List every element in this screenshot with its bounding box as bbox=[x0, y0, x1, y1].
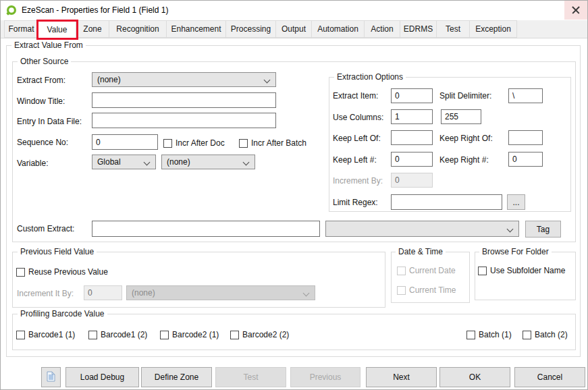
group-title-profiling-barcode-value: Profiling Barcode Value bbox=[18, 309, 107, 318]
load-debug-button[interactable]: Load Debug bbox=[65, 367, 139, 387]
variable-name-select[interactable]: (none) bbox=[161, 155, 255, 169]
barcode2-2-checkbox[interactable]: Barcode2 (2) bbox=[230, 329, 289, 340]
tab-value[interactable]: Value bbox=[38, 20, 76, 38]
tab-exception[interactable]: Exception bbox=[469, 20, 517, 38]
batch-2-checkbox[interactable]: Batch (2) bbox=[523, 329, 568, 340]
entry-in-data-file-label: Entry In Data File: bbox=[17, 117, 82, 127]
limit-regex-input[interactable] bbox=[391, 194, 502, 210]
incr-after-batch-checkbox[interactable]: Incr After Batch bbox=[239, 138, 306, 148]
custom-extract-input[interactable] bbox=[92, 221, 320, 237]
increment-it-by-select: (none) bbox=[126, 285, 315, 300]
group-browse-for-folder bbox=[475, 252, 576, 300]
tab-test[interactable]: Test bbox=[436, 20, 470, 38]
use-columns-to-input[interactable] bbox=[441, 109, 481, 124]
extract-item-label: Extract Item: bbox=[333, 91, 378, 101]
increment-it-by-label: Increment It By: bbox=[17, 289, 74, 299]
tab-automation[interactable]: Automation bbox=[311, 20, 365, 38]
variable-scope-select[interactable]: Global bbox=[92, 155, 156, 169]
keep-right-of-input[interactable] bbox=[508, 130, 543, 145]
entry-in-data-file-input[interactable] bbox=[92, 113, 276, 128]
window-title-label: Window Title: bbox=[17, 96, 65, 107]
chevron-down-icon bbox=[144, 159, 151, 166]
document-icon bbox=[47, 371, 55, 384]
keep-left-of-label: Keep Left Of: bbox=[333, 134, 381, 144]
checkbox-box bbox=[397, 267, 406, 275]
dialog-window: EzeScan - Properties for Field 1 (Field … bbox=[0, 0, 588, 390]
barcode2-1-checkbox[interactable]: Barcode2 (1) bbox=[160, 329, 219, 340]
barcode1-1-checkbox[interactable]: Barcode1 (1) bbox=[16, 329, 75, 340]
incr-after-doc-checkbox[interactable]: Incr After Doc bbox=[163, 138, 225, 148]
current-time-checkbox: Current Time bbox=[397, 285, 456, 296]
group-title-browse-for-folder: Browse For Folder bbox=[479, 247, 552, 256]
limit-regex-browse-button[interactable]: ... bbox=[507, 194, 525, 210]
split-delimiter-label: Split Delimiter: bbox=[439, 91, 491, 101]
checkbox-box bbox=[397, 286, 406, 295]
checkbox-box bbox=[16, 268, 25, 277]
batch-1-checkbox[interactable]: Batch (1) bbox=[466, 329, 512, 340]
test-button: Test bbox=[215, 367, 286, 387]
tab-processing[interactable]: Processing bbox=[225, 20, 276, 38]
use-columns-from-input[interactable] bbox=[391, 109, 433, 124]
limit-regex-label: Limit Regex: bbox=[333, 198, 378, 208]
chevron-down-icon bbox=[264, 77, 271, 84]
window-title-input[interactable] bbox=[92, 92, 276, 108]
keep-left-num-label: Keep Left #: bbox=[333, 155, 377, 165]
checkbox-box bbox=[160, 331, 169, 339]
increment-by-input bbox=[391, 173, 433, 188]
tab-bar: Format Value Zone Recognition Enhancemen… bbox=[1, 20, 587, 38]
close-button[interactable] bbox=[564, 1, 587, 20]
barcode1-2-checkbox[interactable]: Barcode1 (2) bbox=[88, 329, 147, 340]
tab-zone[interactable]: Zone bbox=[76, 20, 109, 38]
sequence-no-input[interactable] bbox=[92, 134, 158, 150]
checkbox-box bbox=[88, 331, 97, 339]
previous-button: Previous bbox=[290, 367, 360, 387]
title-bar: EzeScan - Properties for Field 1 (Field … bbox=[1, 1, 587, 20]
tab-enhancement[interactable]: Enhancement bbox=[166, 20, 226, 38]
tag-button[interactable]: Tag bbox=[525, 221, 561, 238]
cancel-button[interactable]: Cancel bbox=[514, 367, 585, 387]
tab-output[interactable]: Output bbox=[275, 20, 312, 38]
custom-extract-label: Custom Extract: bbox=[17, 224, 74, 234]
keep-right-of-label: Keep Right Of: bbox=[439, 134, 493, 144]
sequence-no-label: Sequence No: bbox=[17, 138, 68, 148]
ezescan-logo-icon bbox=[6, 5, 17, 16]
keep-left-of-input[interactable] bbox=[391, 130, 433, 145]
checkbox-box bbox=[466, 331, 475, 339]
tab-edrms[interactable]: EDRMS bbox=[400, 20, 437, 38]
tab-format[interactable]: Format bbox=[4, 20, 38, 38]
group-title-extraction-options: Extraction Options bbox=[334, 72, 406, 82]
checkbox-box bbox=[478, 267, 487, 275]
group-title-other-source: Other Source bbox=[18, 57, 71, 66]
close-icon bbox=[572, 6, 580, 14]
group-title-previous-field-value: Previous Field Value bbox=[18, 247, 97, 256]
chevron-down-icon bbox=[507, 226, 514, 233]
tab-action[interactable]: Action bbox=[364, 20, 400, 38]
group-title-extract-value-from: Extract Value From bbox=[11, 40, 86, 50]
use-subfolder-name-checkbox[interactable]: Use Subfolder Name bbox=[478, 265, 565, 276]
use-columns-label: Use Columns: bbox=[333, 113, 383, 123]
next-button[interactable]: Next bbox=[366, 367, 437, 387]
window-title: EzeScan - Properties for Field 1 (Field … bbox=[22, 5, 168, 15]
define-zone-button[interactable]: Define Zone bbox=[141, 367, 212, 387]
keep-right-num-label: Keep Right #: bbox=[439, 155, 489, 165]
extract-from-label: Extract From: bbox=[17, 76, 65, 86]
ok-button[interactable]: OK bbox=[439, 367, 510, 387]
group-title-date-time: Date & Time bbox=[396, 247, 446, 256]
variable-label: Variable: bbox=[17, 159, 48, 169]
increment-by-label: Increment By: bbox=[333, 176, 383, 186]
checkbox-box bbox=[239, 139, 248, 148]
debug-log-button[interactable] bbox=[41, 367, 61, 387]
tab-recognition[interactable]: Recognition bbox=[109, 20, 167, 38]
split-delimiter-input[interactable] bbox=[508, 88, 543, 103]
extract-from-select[interactable]: (none) bbox=[92, 72, 276, 87]
reuse-previous-value-checkbox[interactable]: Reuse Previous Value bbox=[16, 267, 108, 277]
checkbox-box bbox=[230, 331, 239, 339]
checkbox-box bbox=[16, 331, 25, 339]
keep-right-num-input[interactable] bbox=[508, 152, 543, 167]
checkbox-box bbox=[163, 139, 172, 148]
increment-it-by-input bbox=[84, 285, 122, 300]
extract-item-input[interactable] bbox=[391, 88, 433, 103]
keep-left-num-input[interactable] bbox=[391, 152, 433, 167]
custom-extract-tag-select[interactable] bbox=[325, 221, 519, 237]
checkbox-box bbox=[523, 331, 531, 339]
